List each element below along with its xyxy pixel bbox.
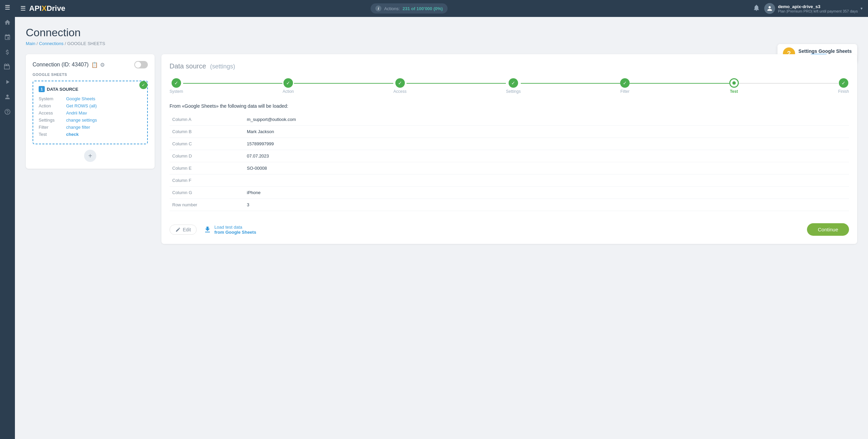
edit-button[interactable]: Edit [170, 225, 197, 235]
step-label-test: Test [730, 89, 738, 94]
user-name: demo_apix-drive_s3 [778, 4, 858, 9]
table-row: Column C15789997999 [170, 138, 849, 150]
step-settings: ✓ Settings [506, 78, 520, 94]
copy-icon[interactable]: 📋 [91, 62, 98, 68]
step-line-5 [630, 83, 729, 84]
table-col-value: m_support@outlook.com [244, 113, 849, 126]
logo: APIXDrive [29, 4, 65, 13]
user-details: demo_apix-drive_s3 Plan |Premium PRO| le… [778, 4, 858, 13]
sidebar-icon-home[interactable] [0, 15, 15, 30]
user-info: demo_apix-drive_s3 Plan |Premium PRO| le… [764, 3, 863, 14]
step-circle-finish: ✓ [839, 78, 848, 88]
table-col-label: Row number [170, 199, 244, 211]
step-circle-test [729, 78, 739, 88]
step-line-6 [739, 83, 838, 84]
step-action: ✓ Action [282, 78, 294, 94]
info-icon: i [375, 5, 381, 12]
table-col-value [244, 174, 849, 187]
connection-icons: 📋 ⚙ [91, 62, 105, 68]
bell-icon[interactable] [753, 4, 760, 13]
edit-label: Edit [183, 227, 191, 232]
ds-title: 1 DATA SOURCE [39, 86, 142, 92]
edit-icon [175, 227, 181, 232]
right-panel: Data source (settings) ✓ System ✓ [161, 54, 857, 244]
user-menu-chevron[interactable]: ▾ [861, 6, 863, 11]
help-title: Settings Google Sheets [798, 48, 852, 54]
ds-value-test[interactable]: check [66, 132, 79, 137]
load-test-data-button[interactable]: Load test data from Google Sheets [203, 225, 256, 235]
ds-value-action[interactable]: Get ROWS (all) [66, 103, 97, 108]
table-col-value: SO-00008 [244, 162, 849, 174]
page-title: Connection [26, 26, 857, 39]
panel-header-title: Connection (ID: 43407) 📋 ⚙ [33, 62, 105, 68]
table-col-label: Column G [170, 187, 244, 199]
connection-toggle[interactable] [134, 61, 148, 68]
main-wrapper: ☰ APIXDrive i Actions: 231 of 100'000 (0… [15, 0, 868, 439]
ds-value-filter[interactable]: change filter [66, 125, 90, 130]
step-label-settings: Settings [506, 89, 520, 94]
breadcrumb-main[interactable]: Main [26, 41, 35, 46]
data-source-badge: ✓ [139, 81, 147, 89]
logo-api: API [29, 4, 42, 13]
step-access: ✓ Access [393, 78, 407, 94]
ds-row-test: Test check [39, 132, 142, 137]
left-panel: Connection (ID: 43407) 📋 ⚙ GOOGLE SHEETS [26, 54, 155, 244]
continue-button[interactable]: Continue [807, 223, 849, 236]
step-filter: ✓ Filter [620, 78, 630, 94]
connection-card: Connection (ID: 43407) 📋 ⚙ GOOGLE SHEETS [26, 54, 155, 169]
sidebar: ☰ [0, 0, 15, 439]
right-card: Data source (settings) ✓ System ✓ [161, 54, 857, 244]
actions-badge: i Actions: 231 of 100'000 (0%) [371, 3, 448, 14]
step-system: ✓ System [170, 78, 183, 94]
table-col-label: Column C [170, 138, 244, 150]
sidebar-icon-user[interactable] [0, 89, 15, 104]
table-row: Column F [170, 174, 849, 187]
topbar-left: ☰ APIXDrive [20, 4, 65, 13]
table-col-label: Column E [170, 162, 244, 174]
sidebar-icon-billing[interactable] [0, 45, 15, 60]
ds-label-filter: Filter [39, 125, 61, 130]
data-intro: From «Google Sheets» the following data … [170, 103, 849, 109]
steps-row: ✓ System ✓ Action ✓ Access [170, 78, 849, 94]
step-circle-action: ✓ [283, 78, 293, 88]
toggle-knob [135, 62, 141, 68]
ds-label-settings: Settings [39, 118, 61, 123]
actions-label: Actions: [384, 6, 400, 11]
add-step-button[interactable]: + [84, 150, 96, 162]
sidebar-icon-help[interactable] [0, 104, 15, 119]
table-col-label: Column A [170, 113, 244, 126]
step-line-1 [183, 83, 282, 84]
ds-value-access[interactable]: Andrii Mav [66, 110, 87, 116]
step-label-access: Access [393, 89, 407, 94]
panel-header: Connection (ID: 43407) 📋 ⚙ [33, 61, 148, 68]
ds-value-settings[interactable]: change settings [66, 118, 97, 123]
ds-num: 1 [39, 86, 45, 92]
ds-label-test: Test [39, 132, 61, 137]
table-row: Column D07.07.2023 [170, 150, 849, 162]
menu-toggle[interactable]: ☰ [20, 5, 26, 12]
panels: Connection (ID: 43407) 📋 ⚙ GOOGLE SHEETS [26, 54, 857, 244]
data-table: Column Am_support@outlook.comColumn BMar… [170, 113, 849, 211]
load-text: Load test data from Google Sheets [214, 225, 256, 235]
sidebar-icon-video[interactable] [0, 75, 15, 89]
breadcrumb: Main / Connections / GOOGLE SHEETS [26, 41, 857, 46]
logo-x: X [42, 4, 47, 13]
data-source-box: ✓ 1 DATA SOURCE System Google Sheets Act… [33, 81, 148, 144]
step-test[interactable]: Test [729, 78, 739, 94]
step-finish: ✓ Finish [838, 78, 849, 94]
ds-row-settings: Settings change settings [39, 118, 142, 123]
ds-row-access: Access Andrii Mav [39, 110, 142, 116]
settings-icon[interactable]: ⚙ [100, 62, 105, 68]
ds-row-action: Action Get ROWS (all) [39, 103, 142, 108]
ds-row-system: System Google Sheets [39, 96, 142, 101]
connection-title: Connection (ID: 43407) [33, 62, 88, 68]
step-label-filter: Filter [620, 89, 630, 94]
topbar: ☰ APIXDrive i Actions: 231 of 100'000 (0… [15, 0, 868, 17]
ds-row-filter: Filter change filter [39, 125, 142, 130]
topbar-right: demo_apix-drive_s3 Plan |Premium PRO| le… [753, 3, 863, 14]
sidebar-menu-toggle[interactable]: ☰ [0, 0, 15, 15]
breadcrumb-connections[interactable]: Connections [39, 41, 63, 46]
sidebar-icon-connections[interactable] [0, 30, 15, 45]
sidebar-icon-tasks[interactable] [0, 60, 15, 75]
ds-value-system[interactable]: Google Sheets [66, 96, 95, 101]
